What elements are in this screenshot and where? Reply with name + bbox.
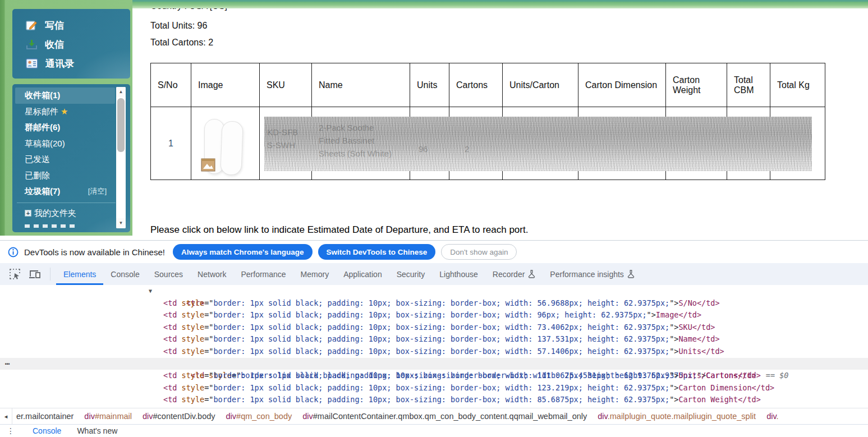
infobar-message: DevTools is now available in Chinese!	[24, 247, 165, 257]
tab-console[interactable]: Console	[103, 263, 146, 285]
crumb-tag: div	[226, 412, 237, 421]
col-total-kg: Total Kg	[770, 63, 825, 107]
drawer-tab-whats-new[interactable]: What's new	[77, 426, 117, 435]
experiment-flask-icon	[627, 270, 635, 278]
tree-node-td[interactable]: <td style="border: 1px solid black; padd…	[0, 394, 868, 406]
check-mail-button[interactable]: 收信	[12, 35, 130, 54]
contacts-button[interactable]: 通讯录	[12, 54, 130, 73]
tab-elements[interactable]: Elements	[56, 263, 103, 285]
td-open-tag: <td	[163, 323, 182, 332]
quote-gt: ">	[647, 310, 656, 319]
compose-mail-button[interactable]: 写信	[12, 16, 130, 35]
folder-sent[interactable]: 已发送	[12, 151, 114, 168]
contacts-label: 通讯录	[45, 57, 74, 70]
scroll-up-button[interactable]: ▲	[116, 87, 126, 97]
drawer-menu-icon[interactable]: ⋮	[7, 426, 18, 435]
tree-node-td[interactable]: <td style="border: 1px solid black; padd…	[0, 321, 868, 334]
drawer-tab-console[interactable]: Console	[31, 426, 62, 437]
crumb-rest: #mainmail	[95, 412, 132, 421]
device-toolbar-button[interactable]	[25, 263, 44, 285]
folder-drafts-label: 草稿箱(20)	[25, 139, 65, 148]
tree-node-td[interactable]: <td style="border: 1px solid black; padd…	[0, 297, 868, 310]
folder-my-folders[interactable]: +我的文件夹	[12, 205, 114, 222]
devtools-tabbar: Elements Console Sources Network Perform…	[0, 263, 868, 285]
td-close-tag: </td>	[701, 347, 724, 356]
folder-scrollbar[interactable]: ▲ ▼	[116, 87, 126, 228]
crumb-truncated[interactable]: div.	[766, 412, 779, 421]
crumb-mailplugin-quote[interactable]: div.mailplugin_quote.mailpliugin_quote_s…	[598, 412, 756, 421]
col-carton-dimension: Carton Dimension	[578, 63, 666, 107]
breadcrumb-back-button[interactable]: ◂	[0, 408, 12, 424]
star-icon: ★	[61, 107, 68, 116]
folder-group-mail-label: 群邮件(6)	[25, 122, 60, 132]
tree-node-td-selected[interactable]: ⋯<td style="border: 1px solid black; pad…	[0, 358, 868, 370]
tree-node-td[interactable]: <td style="border: 1px solid black; padd…	[0, 346, 868, 358]
tab-network[interactable]: Network	[190, 263, 233, 285]
empty-spam-link[interactable]: [清空]	[88, 183, 107, 200]
td-open-tag: <td	[163, 383, 182, 392]
tab-memory-label: Memory	[301, 270, 329, 279]
attr-value: border: 1px solid black; padding: 10px; …	[213, 310, 646, 319]
folder-spam[interactable]: 垃圾箱(7) [清空]	[12, 183, 114, 200]
attr-value: border: 1px solid black; padding: 10px; …	[213, 298, 669, 307]
td-close-tag: </td>	[692, 323, 715, 332]
td-text: Carton Weight	[678, 395, 738, 404]
eq-quote: ="	[204, 347, 213, 356]
td-close-tag: </td>	[678, 310, 701, 319]
experiment-flask-icon	[528, 270, 535, 278]
tab-performance-insights[interactable]: Performance insights	[543, 263, 642, 285]
folder-deleted-label: 已删除	[25, 171, 50, 180]
eq-quote: ="	[204, 323, 213, 332]
expander-arrow-icon[interactable]: ▼	[149, 285, 152, 297]
tab-recorder[interactable]: Recorder	[485, 263, 543, 285]
dont-show-again-button[interactable]: Don't show again	[441, 244, 517, 260]
folder-clipped-item[interactable]	[12, 221, 130, 228]
tab-security[interactable]: Security	[389, 263, 433, 285]
tree-node-td[interactable]: <td style="border: 1px solid black; padd…	[0, 370, 868, 382]
crumb-mailcontainer[interactable]: er.mailcontainer	[16, 412, 74, 421]
eq-quote: ="	[204, 310, 213, 319]
crumb-rest: .mailplugin_quote.mailpliugin_quote_spli…	[608, 412, 756, 421]
quote-gt: ">	[669, 334, 678, 343]
crumb-qm-con-body[interactable]: div#qm_con_body	[226, 412, 292, 421]
folder-group-mail[interactable]: 群邮件(6)	[12, 119, 114, 136]
crumb-mainmail[interactable]: div#mainmail	[84, 412, 132, 421]
tree-node-td[interactable]: <td style="border: 1px solid black; padd…	[0, 382, 868, 394]
more-actions-icon[interactable]: ⋯	[5, 358, 10, 370]
match-language-button[interactable]: Always match Chrome's language	[173, 244, 313, 260]
quote-gt: ">	[669, 298, 678, 307]
folder-panel: 收件箱(1) 星标邮件★ 群邮件(6) 草稿箱(20) 已发送 已删除 垃圾箱(…	[12, 84, 130, 232]
switch-chinese-button[interactable]: Switch DevTools to Chinese	[318, 244, 436, 260]
elements-breadcrumb-bar: ◂ er.mailcontainer div#mainmail div#cont…	[0, 408, 868, 424]
folder-drafts[interactable]: 草稿箱(20)	[12, 136, 114, 152]
tab-memory[interactable]: Memory	[293, 263, 337, 285]
folder-deleted[interactable]: 已删除	[12, 168, 114, 184]
crumb-tag: div	[302, 412, 313, 421]
check-mail-label: 收信	[45, 38, 64, 51]
tree-node-td[interactable]: <td style="border: 1px solid black; padd…	[0, 309, 868, 321]
tree-node-tr[interactable]: ▼<tr>	[0, 285, 868, 297]
tab-lighthouse[interactable]: Lighthouse	[432, 263, 485, 285]
quote-gt: ">	[669, 347, 678, 356]
crumb-rest: #qm_con_body	[236, 412, 292, 421]
eq-quote: ="	[204, 334, 213, 343]
expand-plus-icon[interactable]: +	[25, 210, 31, 217]
scrollbar-thumb[interactable]	[117, 98, 125, 152]
tab-application[interactable]: Application	[336, 263, 389, 285]
tab-performance[interactable]: Performance	[233, 263, 293, 285]
col-units: Units	[410, 63, 449, 107]
col-image: Image	[191, 63, 260, 107]
crumb-contentdiv[interactable]: div#contentDiv.body	[143, 412, 215, 421]
inspect-element-button[interactable]	[6, 263, 25, 285]
redacted-units-text: 96	[419, 142, 428, 155]
tab-sources[interactable]: Sources	[147, 263, 190, 285]
product-image[interactable]	[201, 118, 257, 176]
crumb-mailcontentcontainer[interactable]: div#mailContentContainer.qmbox.qm_con_bo…	[302, 412, 587, 421]
scroll-down-button[interactable]: ▼	[116, 218, 126, 228]
folder-starred[interactable]: 星标邮件★	[12, 104, 114, 120]
attr-name: style	[182, 323, 205, 332]
col-name: Name	[312, 63, 410, 107]
folder-inbox[interactable]: 收件箱(1)	[15, 88, 115, 104]
eq-quote: ="	[204, 395, 213, 404]
tree-node-td[interactable]: <td style="border: 1px solid black; padd…	[0, 333, 868, 346]
